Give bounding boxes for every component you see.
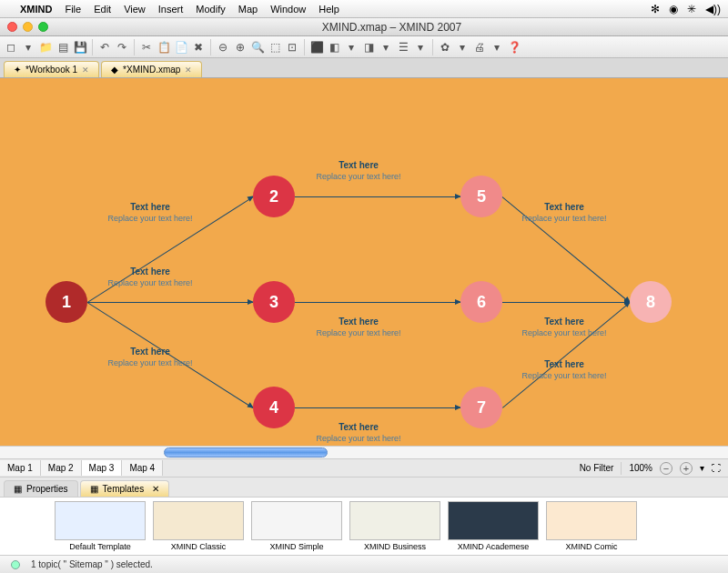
node-5[interactable]: 5 (460, 176, 502, 217)
close-icon[interactable] (7, 22, 17, 32)
edge-label[interactable]: Text hereReplace your text here! (500, 317, 628, 338)
toolbar-button[interactable]: ⊖ (216, 40, 230, 55)
template-preview (448, 501, 539, 540)
toolbar-button[interactable]: ▾ (21, 40, 35, 55)
toolbar-button[interactable]: 🔍 (250, 40, 265, 55)
toolbar-button[interactable]: 📁 (38, 40, 53, 55)
edge-label-title[interactable]: Text here (500, 202, 628, 213)
toolbar-button[interactable]: ↷ (115, 40, 129, 55)
menubar-status-icon[interactable]: ◉ (669, 3, 678, 15)
toolbar-button[interactable]: ◨ (361, 40, 376, 55)
template-card[interactable]: XMIND Business (349, 501, 440, 551)
node-6[interactable]: 6 (460, 281, 502, 323)
toolbar-button[interactable]: ◧ (327, 40, 341, 55)
document-tab[interactable]: ◆*XMIND.xmap✕ (101, 61, 202, 77)
edge-label[interactable]: Text hereReplace your text here! (86, 266, 214, 288)
edge-label[interactable]: Text hereReplace your text here! (500, 202, 628, 224)
map-tab[interactable]: Map 3 (82, 460, 123, 476)
zoom-dropdown-icon[interactable]: ▾ (700, 463, 704, 473)
menu-file[interactable]: File (65, 4, 81, 15)
toolbar-button[interactable]: ▾ (344, 40, 359, 55)
toolbar: ◻▾📁▤💾↶↷✂📋📄✖⊖⊕🔍⬚⊡⬛◧▾◨▾☰▾✿▾🖨▾❓ (0, 36, 728, 58)
node-3[interactable]: 3 (253, 281, 295, 323)
edge-label-title[interactable]: Text here (295, 422, 422, 433)
menu-edit[interactable]: Edit (94, 4, 111, 15)
menu-help[interactable]: Help (318, 4, 339, 15)
edge-label-title[interactable]: Text here (86, 202, 214, 213)
menu-xmind[interactable]: XMIND (20, 4, 52, 15)
scrollbar-thumb[interactable] (164, 447, 328, 457)
edge-label-title[interactable]: Text here (295, 160, 422, 171)
node-2[interactable]: 2 (253, 176, 295, 217)
edge-label[interactable]: Text hereReplace your text here! (295, 160, 422, 182)
menu-window[interactable]: Window (270, 4, 306, 15)
minimize-icon[interactable] (23, 22, 33, 32)
menu-modify[interactable]: Modify (196, 4, 225, 15)
toolbar-button[interactable]: ⬚ (268, 40, 282, 55)
toolbar-button[interactable]: 🖨 (472, 40, 487, 55)
panel-tab-icon: ▦ (14, 484, 22, 494)
template-card[interactable]: XMIND Simple (251, 501, 342, 551)
status-bar: 1 topic( " Sitemap " ) selected. (0, 555, 728, 573)
scrollbar[interactable] (0, 446, 728, 458)
toolbar-button[interactable]: ▾ (490, 40, 504, 55)
map-tab[interactable]: Map 1 (0, 460, 41, 476)
document-tab[interactable]: ✦*Workbook 1✕ (4, 61, 99, 77)
edge-label[interactable]: Text hereReplace your text here! (86, 347, 214, 368)
node-4[interactable]: 4 (253, 387, 295, 428)
toolbar-button[interactable]: ✖ (191, 40, 206, 55)
template-name: XMIND Business (364, 542, 426, 551)
menu-insert[interactable]: Insert (158, 4, 184, 15)
menu-map[interactable]: Map (238, 4, 258, 15)
template-card[interactable]: XMIND Classic (153, 501, 244, 551)
edge-label-title[interactable]: Text here (86, 266, 214, 277)
tab-close-icon[interactable]: ✕ (82, 65, 89, 75)
toolbar-button[interactable]: ⊕ (233, 40, 248, 55)
edge-label[interactable]: Text hereReplace your text here! (500, 359, 628, 381)
edge-label-title[interactable]: Text here (500, 359, 628, 370)
toolbar-button[interactable]: ⊡ (285, 40, 299, 55)
toolbar-button[interactable]: ❓ (507, 40, 521, 55)
zoom-out-button[interactable]: − (660, 462, 672, 475)
toolbar-button[interactable]: 📋 (157, 40, 171, 55)
map-tab[interactable]: Map 2 (41, 460, 82, 476)
toolbar-button[interactable]: 📄 (174, 40, 188, 55)
edge-label-title[interactable]: Text here (295, 317, 422, 327)
toolbar-button[interactable]: 💾 (73, 40, 87, 55)
node-8[interactable]: 8 (630, 281, 672, 323)
tab-close-icon[interactable]: ✕ (185, 65, 192, 75)
zoom-in-button[interactable]: + (680, 462, 693, 475)
toolbar-button[interactable]: ⬛ (309, 40, 324, 55)
node-7[interactable]: 7 (460, 387, 502, 428)
menubar-status-icon[interactable]: ✻ (651, 3, 660, 15)
filter-label[interactable]: No Filter (580, 463, 614, 473)
edge-label[interactable]: Text hereReplace your text here! (295, 317, 422, 338)
maximize-icon[interactable] (38, 22, 48, 32)
toolbar-button[interactable]: ▾ (413, 40, 428, 55)
edge-label-title[interactable]: Text here (86, 347, 214, 357)
toolbar-button[interactable]: ◻ (4, 40, 18, 55)
toolbar-button[interactable]: ↶ (97, 40, 112, 55)
template-card[interactable]: XMIND Comic (546, 501, 637, 551)
node-1[interactable]: 1 (46, 281, 87, 323)
edge-label[interactable]: Text hereReplace your text here! (86, 202, 214, 224)
canvas[interactable]: 12345678Text hereReplace your text here!… (0, 78, 728, 446)
menu-view[interactable]: View (124, 4, 146, 15)
panel-tab-templates[interactable]: ▦Templates✕ (80, 480, 170, 497)
fullscreen-icon[interactable]: ⛶ (712, 463, 721, 473)
edge-label-title[interactable]: Text here (500, 317, 628, 327)
template-preview (349, 501, 440, 540)
toolbar-button[interactable]: ✿ (438, 40, 452, 55)
edge-label[interactable]: Text hereReplace your text here! (295, 422, 422, 444)
toolbar-button[interactable]: ▤ (56, 40, 70, 55)
toolbar-button[interactable]: ✂ (139, 40, 154, 55)
toolbar-button[interactable]: ▾ (379, 40, 393, 55)
panel-tab-properties[interactable]: ▦Properties (4, 480, 78, 497)
menubar-status-icon[interactable]: ◀)) (705, 3, 721, 15)
menubar-status-icon[interactable]: ✳ (687, 3, 696, 15)
template-card[interactable]: XMIND Academese (448, 501, 539, 551)
template-card[interactable]: Default Template (55, 501, 146, 551)
map-tab[interactable]: Map 4 (122, 460, 163, 476)
toolbar-button[interactable]: ▾ (455, 40, 470, 55)
toolbar-button[interactable]: ☰ (396, 40, 410, 55)
